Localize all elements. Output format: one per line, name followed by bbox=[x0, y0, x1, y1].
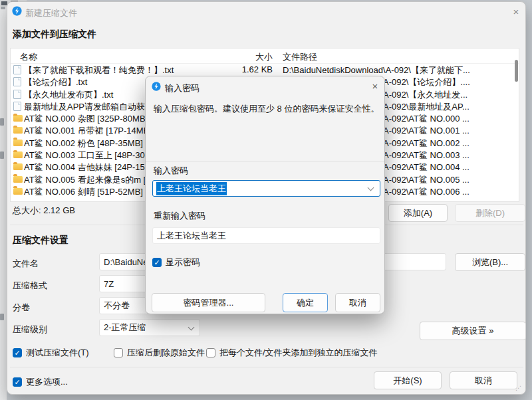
resize-grip-icon[interactable]: ⋰ bbox=[515, 385, 521, 391]
window-close-icon[interactable]: × bbox=[509, 5, 523, 19]
checkbox-unchecked-icon[interactable] bbox=[114, 348, 123, 357]
titlebar[interactable]: 新建压缩文件 × bbox=[7, 2, 525, 22]
file-path: A-092\【论坛介绍】.... bbox=[383, 76, 470, 88]
file-name: 【来了就能下载和观看！纯免费！】.txt bbox=[24, 64, 174, 76]
confirm-password-value: 上老王论坛当老王 bbox=[157, 230, 226, 242]
file-icon bbox=[13, 77, 21, 86]
file-name: 【永久地址发布页】.txt bbox=[24, 89, 113, 101]
password-value-selected: 上老王论坛当老王 bbox=[156, 182, 227, 195]
filename-value: D:\BaiduNe bbox=[104, 257, 148, 267]
divider bbox=[146, 161, 384, 162]
more-options-label: 更多选项... bbox=[26, 376, 68, 388]
file-name: AT鲨 NO.003 工口至上 [48P-30M bbox=[24, 150, 152, 161]
dialog-title: 输入密码 bbox=[165, 82, 200, 94]
table-scrollbar-thumb[interactable] bbox=[515, 60, 518, 82]
show-password-label: 显示密码 bbox=[166, 256, 200, 268]
file-path: A-092\AT鲨 NO.005 ... bbox=[383, 174, 469, 186]
dialog-close-icon[interactable]: × bbox=[368, 79, 382, 94]
app-lightning-icon bbox=[12, 6, 22, 16]
separate-archives-option[interactable]: 把每个文件/文件夹添加到独立的压缩文件 bbox=[206, 347, 378, 359]
total-size-label: 总大小: 2.12 GB bbox=[13, 205, 75, 217]
file-icon bbox=[13, 102, 21, 111]
volume-value: 不分卷 bbox=[104, 300, 130, 312]
confirm-password-label: 重新输入密码 bbox=[154, 210, 205, 222]
folder-icon bbox=[13, 127, 23, 134]
delete-after-label: 压缩后删除原始文件 bbox=[127, 347, 205, 359]
folder-icon bbox=[13, 176, 23, 183]
file-size: 1.62 KB bbox=[209, 64, 273, 74]
file-name: 最新地址及APP请发邮箱自动获取 bbox=[24, 101, 154, 113]
file-path: A-092\AT鲨 NO.002 ... bbox=[383, 138, 469, 150]
filename-label: 文件名 bbox=[13, 258, 39, 270]
file-name: 【论坛介绍】.txt bbox=[24, 76, 87, 88]
start-button[interactable]: 开始(S) bbox=[374, 371, 442, 389]
confirm-password-input[interactable]: 上老王论坛当老王 bbox=[152, 227, 380, 244]
file-path: A-092\AT鲨 NO.004 ... bbox=[383, 161, 469, 173]
file-path: A-092\AT鲨 NO.001 ... bbox=[383, 125, 469, 137]
checkbox-unchecked-icon[interactable] bbox=[206, 348, 215, 357]
password-input[interactable]: 上老王论坛当老王 bbox=[152, 180, 380, 197]
advanced-settings-button[interactable]: 高级设置 » bbox=[420, 322, 526, 340]
column-header-path[interactable]: 文件路径 bbox=[283, 51, 317, 63]
show-password-option[interactable]: ✓ 显示密码 bbox=[152, 256, 200, 268]
file-icon bbox=[13, 90, 21, 99]
file-path: A-092\AT鲨 NO.006 ... bbox=[383, 186, 469, 198]
delete-button: 删除(D) bbox=[455, 204, 525, 222]
chevron-down-icon[interactable] bbox=[368, 185, 374, 191]
cancel-button[interactable]: 取消 bbox=[450, 371, 517, 389]
more-options-option[interactable]: ✓ 更多选项... bbox=[13, 376, 68, 388]
folder-icon bbox=[13, 188, 23, 195]
test-archive-label: 测试压缩文件(T) bbox=[26, 347, 89, 359]
format-value: 7Z bbox=[104, 279, 114, 289]
volume-label: 分卷 bbox=[13, 302, 30, 314]
level-value: 2-正常压缩 bbox=[104, 322, 146, 334]
password-label: 输入密码 bbox=[154, 165, 188, 177]
folder-icon bbox=[13, 151, 23, 158]
ok-button[interactable]: 确定 bbox=[283, 293, 328, 312]
folder-icon bbox=[13, 163, 23, 170]
file-path: A-092\【永久地址发... bbox=[383, 89, 467, 101]
file-icon bbox=[13, 65, 21, 74]
file-name: AT鲨 NO.006 刻晴 [51P-52MB] bbox=[24, 186, 143, 198]
delete-after-option[interactable]: 压缩后删除原始文件 bbox=[114, 347, 205, 359]
file-path: A-092\AT鲨 NO.003 ... bbox=[383, 150, 469, 161]
file-name: AT鲨 NO.005 看起来像是s的m [3 bbox=[24, 174, 150, 186]
add-button[interactable]: 添加(A) bbox=[388, 204, 448, 222]
file-path: A-092\AT鲨 NO.000 ... bbox=[383, 113, 469, 125]
section-archive-settings: 压缩文件设置 bbox=[13, 235, 68, 247]
dialog-cancel-button[interactable]: 取消 bbox=[335, 293, 380, 312]
table-row[interactable]: 【来了就能下载和观看！纯免费！】.txt1.62 KBD:\BaiduNetdi… bbox=[11, 64, 519, 76]
app-lightning-icon bbox=[152, 82, 161, 91]
password-manager-button[interactable]: 密码管理器... bbox=[152, 293, 265, 312]
format-label: 压缩格式 bbox=[13, 280, 47, 292]
file-name: AT鲨 NO.002 粉色 [48P-35MB] bbox=[24, 138, 143, 150]
background-window-sliver bbox=[0, 0, 7, 400]
divider bbox=[10, 367, 523, 367]
file-path: D:\BaiduNetdiskDownload\A-092\【来了就能下... bbox=[283, 64, 470, 76]
screen: 新建压缩文件 × 添加文件到压缩文件 名称 大小 文件路径 【来了就能下载和观看… bbox=[0, 0, 532, 400]
window-title: 新建压缩文件 bbox=[25, 7, 77, 19]
folder-icon bbox=[13, 140, 23, 146]
checkbox-checked-icon[interactable]: ✓ bbox=[13, 348, 22, 357]
dialog-message: 输入压缩包密码。建议使用至少 8 位的密码来保证安全性。 bbox=[154, 103, 380, 116]
level-dropdown[interactable]: 2-正常压缩 bbox=[99, 319, 200, 336]
separate-archives-label: 把每个文件/文件夹添加到独立的压缩文件 bbox=[219, 347, 378, 359]
column-header-size[interactable]: 大小 bbox=[209, 51, 273, 63]
section-add-files: 添加文件到压缩文件 bbox=[13, 29, 96, 41]
checkbox-checked-icon[interactable]: ✓ bbox=[152, 258, 162, 267]
chevron-down-icon bbox=[188, 324, 195, 330]
browse-button[interactable]: 浏览(B)... bbox=[455, 253, 525, 271]
password-dialog: 输入密码 × 输入压缩包密码。建议使用至少 8 位的密码来保证安全性。 输入密码… bbox=[145, 76, 385, 314]
file-name: AT鲨 NO.004 吉他妹妹 [24P-15M bbox=[24, 161, 152, 173]
file-name: AT鲨 NO.000 杂图 [325P-80MB] bbox=[24, 113, 148, 125]
file-path: A-092\最新地址及AP... bbox=[383, 101, 469, 113]
column-header-name[interactable]: 名称 bbox=[20, 51, 37, 63]
file-table-header[interactable]: 名称 大小 文件路径 bbox=[11, 49, 519, 64]
level-label: 压缩级别 bbox=[13, 324, 47, 336]
test-archive-option[interactable]: ✓ 测试压缩文件(T) bbox=[13, 347, 89, 359]
checkbox-checked-icon[interactable]: ✓ bbox=[13, 377, 22, 387]
folder-icon bbox=[13, 115, 23, 122]
file-name: AT鲨 NO.001 吊带裙 [17P-14MB] bbox=[24, 125, 152, 137]
